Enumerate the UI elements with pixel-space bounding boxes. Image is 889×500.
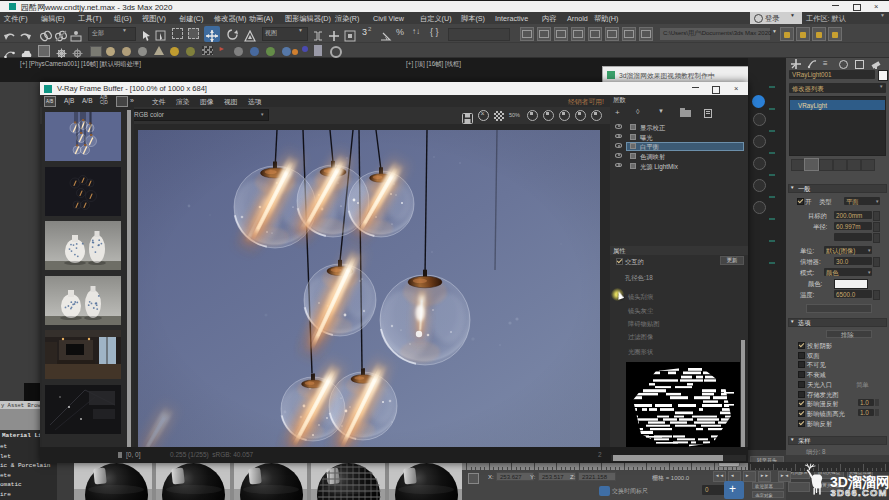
svg-text:3D66.COM: 3D66.COM: [831, 487, 887, 498]
